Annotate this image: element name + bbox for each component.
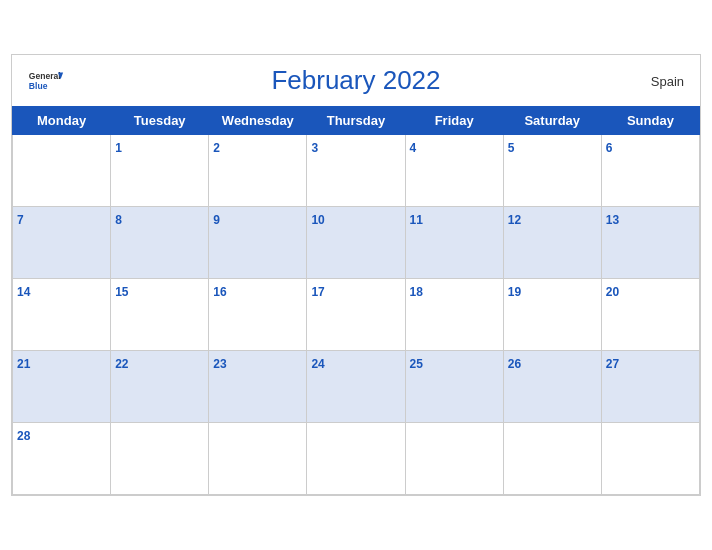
day-number: 24 xyxy=(311,357,324,371)
calendar-cell: 13 xyxy=(601,207,699,279)
calendar-cell xyxy=(209,423,307,495)
weekday-header-monday: Monday xyxy=(13,107,111,135)
day-number: 27 xyxy=(606,357,619,371)
calendar-cell: 8 xyxy=(111,207,209,279)
calendar-cell: 3 xyxy=(307,135,405,207)
day-number: 18 xyxy=(410,285,423,299)
calendar-container: General Blue February 2022 Spain MondayT… xyxy=(11,54,701,496)
calendar-cell xyxy=(601,423,699,495)
calendar-cell: 15 xyxy=(111,279,209,351)
calendar-title: February 2022 xyxy=(271,65,440,96)
day-number: 22 xyxy=(115,357,128,371)
day-number: 15 xyxy=(115,285,128,299)
weekday-header-friday: Friday xyxy=(405,107,503,135)
day-number: 25 xyxy=(410,357,423,371)
calendar-cell: 1 xyxy=(111,135,209,207)
calendar-cell: 16 xyxy=(209,279,307,351)
day-number: 19 xyxy=(508,285,521,299)
weekday-header-tuesday: Tuesday xyxy=(111,107,209,135)
day-number: 14 xyxy=(17,285,30,299)
calendar-cell: 14 xyxy=(13,279,111,351)
week-row-4: 21222324252627 xyxy=(13,351,700,423)
day-number: 12 xyxy=(508,213,521,227)
calendar-cell xyxy=(405,423,503,495)
calendar-cell: 21 xyxy=(13,351,111,423)
calendar-cell: 18 xyxy=(405,279,503,351)
calendar-cell: 5 xyxy=(503,135,601,207)
calendar-cell: 9 xyxy=(209,207,307,279)
day-number: 8 xyxy=(115,213,122,227)
logo-icon: General Blue xyxy=(28,69,64,93)
calendar-cell: 17 xyxy=(307,279,405,351)
day-number: 11 xyxy=(410,213,423,227)
day-number: 20 xyxy=(606,285,619,299)
day-number: 9 xyxy=(213,213,220,227)
day-number: 23 xyxy=(213,357,226,371)
calendar-cell xyxy=(111,423,209,495)
day-number: 4 xyxy=(410,141,417,155)
calendar-cell xyxy=(503,423,601,495)
logo-area: General Blue xyxy=(28,69,64,93)
calendar-cell: 4 xyxy=(405,135,503,207)
calendar-cell: 6 xyxy=(601,135,699,207)
week-row-3: 14151617181920 xyxy=(13,279,700,351)
svg-text:Blue: Blue xyxy=(29,80,48,90)
weekday-header-saturday: Saturday xyxy=(503,107,601,135)
calendar-cell: 20 xyxy=(601,279,699,351)
country-label: Spain xyxy=(651,73,684,88)
calendar-cell: 22 xyxy=(111,351,209,423)
calendar-cell: 12 xyxy=(503,207,601,279)
svg-text:General: General xyxy=(29,71,61,81)
calendar-cell: 23 xyxy=(209,351,307,423)
calendar-cell: 7 xyxy=(13,207,111,279)
day-number: 10 xyxy=(311,213,324,227)
day-number: 3 xyxy=(311,141,318,155)
day-number: 16 xyxy=(213,285,226,299)
weekday-header-wednesday: Wednesday xyxy=(209,107,307,135)
calendar-cell: 19 xyxy=(503,279,601,351)
day-number: 1 xyxy=(115,141,122,155)
day-number: 17 xyxy=(311,285,324,299)
calendar-cell: 11 xyxy=(405,207,503,279)
calendar-header: General Blue February 2022 Spain xyxy=(12,55,700,106)
weekday-header-row: MondayTuesdayWednesdayThursdayFridaySatu… xyxy=(13,107,700,135)
week-row-2: 78910111213 xyxy=(13,207,700,279)
weekday-header-thursday: Thursday xyxy=(307,107,405,135)
calendar-cell: 10 xyxy=(307,207,405,279)
week-row-5: 28 xyxy=(13,423,700,495)
calendar-cell: 27 xyxy=(601,351,699,423)
calendar-cell: 28 xyxy=(13,423,111,495)
day-number: 28 xyxy=(17,429,30,443)
weekday-header-sunday: Sunday xyxy=(601,107,699,135)
day-number: 7 xyxy=(17,213,24,227)
calendar-table: MondayTuesdayWednesdayThursdayFridaySatu… xyxy=(12,106,700,495)
calendar-cell: 25 xyxy=(405,351,503,423)
week-row-1: 123456 xyxy=(13,135,700,207)
day-number: 5 xyxy=(508,141,515,155)
day-number: 21 xyxy=(17,357,30,371)
calendar-cell: 26 xyxy=(503,351,601,423)
calendar-cell xyxy=(13,135,111,207)
calendar-cell: 24 xyxy=(307,351,405,423)
day-number: 6 xyxy=(606,141,613,155)
day-number: 26 xyxy=(508,357,521,371)
day-number: 2 xyxy=(213,141,220,155)
day-number: 13 xyxy=(606,213,619,227)
calendar-cell xyxy=(307,423,405,495)
calendar-cell: 2 xyxy=(209,135,307,207)
